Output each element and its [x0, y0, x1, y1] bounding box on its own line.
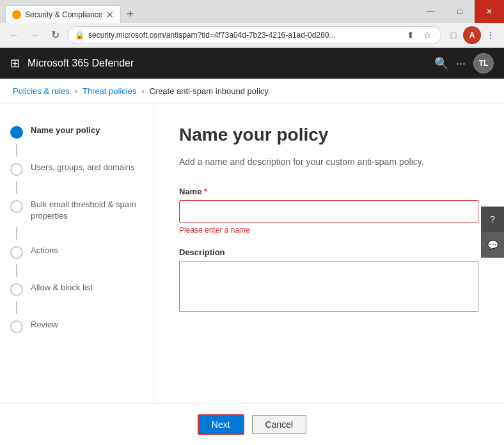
breadcrumb-sep-2: › — [141, 87, 144, 96]
step-1-label: Name your policy — [31, 125, 100, 136]
step-connector-2 — [16, 181, 17, 194]
form-title: Name your policy — [179, 125, 478, 145]
step-connector-5 — [16, 301, 17, 314]
steps-sidebar: Name your policy Users, groups, and doma… — [0, 104, 154, 442]
name-error-message: Please enter a name — [179, 226, 478, 235]
step-6-indicator — [10, 320, 23, 333]
user-avatar[interactable]: TL — [473, 53, 494, 74]
form-area: Name your policy Add a name and descript… — [154, 104, 504, 442]
name-label: Name * — [179, 187, 478, 196]
share-icon[interactable]: ⬆ — [404, 28, 418, 42]
step-users-groups: Users, groups, and domains — [0, 157, 153, 181]
step-name-policy: Name your policy — [0, 120, 153, 144]
step-allow-block: Allow & block list — [0, 277, 153, 301]
extensions-icon[interactable]: □ — [446, 28, 461, 42]
next-button[interactable]: Next — [198, 414, 244, 435]
forward-button[interactable]: → — [27, 27, 42, 43]
description-label: Description — [179, 247, 478, 257]
step-5-label: Allow & block list — [31, 282, 93, 293]
step-actions: Actions — [0, 240, 153, 264]
back-button[interactable]: ← — [6, 27, 22, 43]
tab-title: Security & Compliance — [25, 10, 102, 19]
browser-tab[interactable]: Security & Compliance ✕ — [5, 5, 121, 23]
address-bar: ← → ↻ 🔒 security.microsoft.com/antispam?… — [0, 23, 504, 47]
profile-button[interactable]: A — [463, 26, 481, 44]
url-input[interactable]: 🔒 security.microsoft.com/antispam?tid=4f… — [68, 26, 441, 44]
url-text: security.microsoft.com/antispam?tid=4f73… — [88, 31, 400, 40]
step-4-label: Actions — [31, 245, 58, 256]
main-container: Policies & rules › Threat policies › Cre… — [0, 79, 504, 445]
breadcrumb-threat-policies[interactable]: Threat policies — [83, 86, 137, 96]
description-field-group: Description — [179, 247, 478, 314]
maximize-button[interactable]: □ — [445, 0, 475, 23]
tab-close-button[interactable]: ✕ — [106, 10, 114, 20]
app-title: Microsoft 365 Defender — [28, 58, 434, 69]
chat-float-button[interactable]: 💬 — [481, 232, 504, 258]
breadcrumb-sep-1: › — [75, 87, 77, 96]
cancel-button[interactable]: Cancel — [252, 415, 307, 434]
step-4-indicator — [10, 246, 23, 259]
search-button[interactable]: 🔍 — [434, 56, 448, 70]
menu-icon[interactable]: ⋮ — [484, 28, 498, 42]
lock-icon: 🔒 — [75, 31, 84, 40]
content-layout: Name your policy Users, groups, and doma… — [0, 104, 504, 442]
step-bulk-email: Bulk email threshold & spam properties — [0, 194, 153, 227]
step-5-indicator — [10, 283, 23, 296]
floating-action-bar: ? 💬 — [481, 207, 504, 258]
step-3-label: Bulk email threshold & spam properties — [31, 199, 143, 222]
step-connector-1 — [16, 144, 17, 157]
close-button[interactable]: ✕ — [475, 0, 504, 23]
breadcrumb-policies-rules[interactable]: Policies & rules — [13, 86, 70, 96]
step-connector-4 — [16, 264, 17, 277]
grid-icon[interactable]: ⊞ — [10, 56, 20, 70]
form-footer: Next Cancel — [0, 403, 504, 445]
name-required-marker: * — [204, 187, 207, 196]
name-input[interactable] — [179, 200, 478, 223]
step-6-label: Review — [31, 319, 58, 331]
refresh-button[interactable]: ↻ — [47, 27, 63, 43]
name-field-group: Name * Please enter a name — [179, 187, 478, 235]
breadcrumb: Policies & rules › Threat policies › Cre… — [0, 79, 504, 104]
step-review: Review — [0, 314, 153, 338]
app-header: ⊞ Microsoft 365 Defender 🔍 ··· TL — [0, 48, 504, 79]
step-1-indicator — [10, 126, 23, 139]
description-input[interactable] — [179, 261, 478, 312]
tab-favicon — [12, 10, 21, 19]
step-3-indicator — [10, 200, 23, 213]
star-icon[interactable]: ☆ — [420, 28, 434, 42]
minimize-button[interactable]: — — [416, 0, 445, 23]
help-float-button[interactable]: ? — [481, 207, 504, 232]
step-2-indicator — [10, 163, 23, 176]
form-subtitle: Add a name and description for your cust… — [179, 155, 478, 169]
step-2-label: Users, groups, and domains — [31, 162, 135, 173]
breadcrumb-current: Create anti-spam inbound policy — [149, 86, 268, 96]
step-connector-3 — [16, 227, 17, 240]
more-button[interactable]: ··· — [456, 57, 466, 70]
new-tab-button[interactable]: + — [121, 5, 139, 23]
